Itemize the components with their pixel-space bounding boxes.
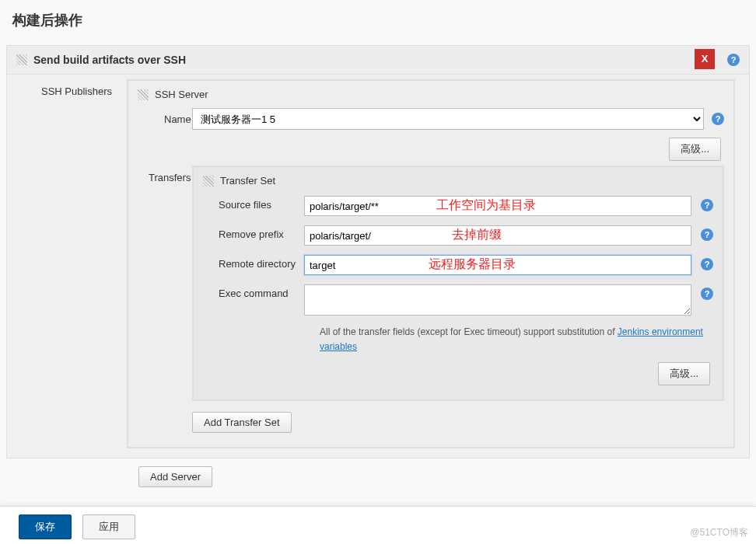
footer-bar: 保存 应用 <box>0 506 756 544</box>
drag-handle-icon[interactable] <box>138 89 149 100</box>
ssh-server-label: SSH Server <box>155 89 208 100</box>
add-server-button[interactable]: Add Server <box>138 466 212 487</box>
help-icon[interactable]: ? <box>701 258 713 270</box>
transfer-note: All of the transfer fields (except for E… <box>320 325 713 354</box>
save-button[interactable]: 保存 <box>19 514 72 539</box>
exec-command-input[interactable] <box>304 284 691 316</box>
ssh-publish-section: X ? Send build artifacts over SSH SSH Pu… <box>6 45 750 459</box>
server-name-select[interactable]: 测试服务器一1 5 <box>192 108 704 130</box>
section-header[interactable]: Send build artifacts over SSH <box>7 46 749 75</box>
apply-button[interactable]: 应用 <box>82 514 135 539</box>
name-label: Name <box>138 113 192 125</box>
close-button[interactable]: X <box>695 49 715 69</box>
advanced-button[interactable]: 高级... <box>669 138 721 161</box>
help-icon[interactable]: ? <box>712 113 724 125</box>
source-files-input[interactable] <box>304 196 691 216</box>
remote-directory-label: Remote directory <box>203 255 304 270</box>
transfer-set-box: Transfer Set Source files ? 工作空间为基目录 Rem… <box>192 166 724 401</box>
remove-prefix-input[interactable] <box>304 225 691 246</box>
remote-directory-input[interactable] <box>304 255 691 275</box>
drag-handle-icon[interactable] <box>16 54 27 65</box>
ssh-server-box: SSH Server Name 测试服务器一1 5 ? 高级... Transf… <box>127 79 735 448</box>
section-title: Send build artifacts over SSH <box>33 54 186 66</box>
add-transfer-set-button[interactable]: Add Transfer Set <box>192 412 292 433</box>
drag-handle-icon[interactable] <box>203 176 214 187</box>
help-icon[interactable]: ? <box>727 54 740 66</box>
transfer-advanced-button[interactable]: 高级... <box>658 362 710 385</box>
page-title: 构建后操作 <box>0 0 756 45</box>
help-icon[interactable]: ? <box>701 288 713 300</box>
remove-prefix-label: Remove prefix <box>203 225 304 240</box>
help-icon[interactable]: ? <box>701 228 713 241</box>
exec-command-label: Exec command <box>203 284 304 299</box>
transfers-label: Transfers <box>138 166 192 433</box>
source-files-label: Source files <box>203 196 304 211</box>
transfer-set-label: Transfer Set <box>220 175 275 187</box>
help-icon[interactable]: ? <box>701 199 713 211</box>
ssh-publishers-label: SSH Publishers <box>41 79 127 448</box>
